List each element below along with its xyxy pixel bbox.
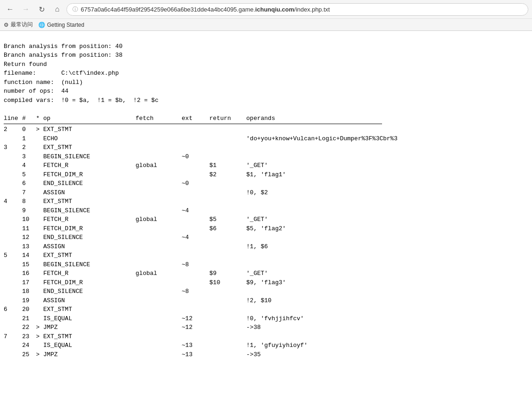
table-cell: 20	[22, 305, 36, 314]
table-cell: 3	[22, 152, 36, 161]
bookmark-frequent[interactable]: ⚙ 最常访问	[4, 21, 33, 29]
table-cell	[209, 332, 246, 341]
table-cell	[182, 170, 209, 179]
table-cell	[36, 341, 43, 350]
table-cell: ~12	[182, 314, 209, 323]
table-row: 1ECHO'do+you+know+Vulcan+Logic+Dumper%3F…	[4, 134, 401, 143]
table-cell: ASSIGN	[43, 296, 136, 305]
table-cell: EXT_STMT	[43, 125, 136, 134]
table-row: 17FETCH_DIM_R$10$9, 'flag3'	[4, 278, 401, 287]
table-cell	[209, 296, 246, 305]
table-cell	[182, 188, 209, 197]
col-star: *	[36, 114, 43, 123]
table-header-row: line # * op fetch ext return operands	[4, 114, 401, 123]
table-cell	[4, 224, 22, 233]
table-cell	[136, 224, 182, 233]
table-cell	[209, 125, 246, 134]
table-row: 11FETCH_DIM_R$6$5, 'flag2'	[4, 224, 401, 233]
table-cell: 21	[22, 314, 36, 323]
table-cell	[4, 152, 22, 161]
table-cell: !2, $10	[246, 296, 401, 305]
table-cell	[4, 170, 22, 179]
bookmark-getting-started[interactable]: 🌐 Getting Started	[38, 22, 84, 28]
table-cell	[246, 152, 401, 161]
table-cell: '_GET'	[246, 215, 401, 224]
table-cell: END_SILENCE	[43, 233, 136, 242]
table-cell: $5	[209, 215, 246, 224]
table-cell: BEGIN_SILENCE	[43, 152, 136, 161]
table-cell: FETCH_DIM_R	[43, 278, 136, 287]
table-cell: 0	[22, 125, 36, 134]
table-cell: ->35	[246, 350, 401, 359]
table-cell	[4, 296, 22, 305]
table-cell	[209, 287, 246, 296]
table-cell: EXT_STMT	[43, 332, 136, 341]
table-cell	[4, 323, 22, 332]
table-cell: !0, $2	[246, 188, 401, 197]
table-cell	[136, 152, 182, 161]
bookmark-frequent-label: 最常访问	[11, 21, 33, 29]
table-cell: FETCH_R	[43, 215, 136, 224]
table-cell	[136, 134, 182, 143]
opcode-body: 20>EXT_STMT1ECHO'do+you+know+Vulcan+Logi…	[4, 125, 401, 359]
table-cell: 24	[22, 341, 36, 350]
col-fetch: fetch	[136, 114, 182, 123]
table-cell	[182, 197, 209, 206]
table-divider	[4, 124, 382, 124]
table-cell	[246, 251, 401, 260]
table-cell	[4, 260, 22, 269]
table-cell	[136, 179, 182, 188]
table-cell: EXT_STMT	[43, 143, 136, 152]
header-line-5: number of ops: 44	[4, 88, 68, 95]
table-cell	[209, 323, 246, 332]
table-cell	[4, 215, 22, 224]
table-cell	[209, 188, 246, 197]
bookmarks-bar: ⚙ 最常访问 🌐 Getting Started	[0, 18, 532, 30]
table-cell: $6	[209, 224, 246, 233]
table-cell	[182, 161, 209, 170]
table-cell: END_SILENCE	[43, 179, 136, 188]
table-row: 4FETCH_Rglobal$1'_GET'	[4, 161, 401, 170]
table-cell: $1, 'flag1'	[246, 170, 401, 179]
table-cell	[36, 170, 43, 179]
table-row: 32EXT_STMT	[4, 143, 401, 152]
back-button[interactable]: ←	[4, 3, 17, 16]
forward-button[interactable]: →	[19, 3, 32, 16]
home-button[interactable]: ⌂	[51, 3, 64, 16]
table-cell	[246, 206, 401, 215]
table-cell: 16	[22, 269, 36, 278]
col-line: line	[4, 114, 22, 123]
table-cell	[4, 179, 22, 188]
table-cell: 3	[4, 143, 22, 152]
table-cell	[4, 341, 22, 350]
table-cell: global	[136, 161, 182, 170]
table-cell	[246, 143, 401, 152]
table-cell: 5	[22, 170, 36, 179]
table-cell	[182, 305, 209, 314]
table-cell: FETCH_R	[43, 269, 136, 278]
table-cell: ASSIGN	[43, 242, 136, 251]
table-cell	[36, 134, 43, 143]
table-cell	[136, 188, 182, 197]
table-cell: 6	[22, 179, 36, 188]
table-cell	[246, 197, 401, 206]
table-row: 723>EXT_STMT	[4, 332, 401, 341]
table-cell: 2	[4, 125, 22, 134]
table-cell: global	[136, 269, 182, 278]
table-cell: ~13	[182, 341, 209, 350]
table-cell	[209, 134, 246, 143]
table-cell	[36, 179, 43, 188]
table-cell	[136, 332, 182, 341]
reload-button[interactable]: ↻	[35, 3, 48, 16]
page-content: Branch analysis from position: 40 Branch…	[0, 31, 532, 370]
table-cell	[4, 188, 22, 197]
col-num: #	[22, 114, 36, 123]
table-cell: ~0	[182, 152, 209, 161]
table-cell	[4, 287, 22, 296]
table-cell: $10	[209, 278, 246, 287]
address-bar[interactable]: ⓘ 6757a0a6c4a64f59a9f2954259e066a6be31dd…	[66, 3, 528, 16]
table-cell: >	[36, 350, 43, 359]
table-cell	[182, 296, 209, 305]
table-cell: 2	[22, 143, 36, 152]
table-cell: ~8	[182, 260, 209, 269]
